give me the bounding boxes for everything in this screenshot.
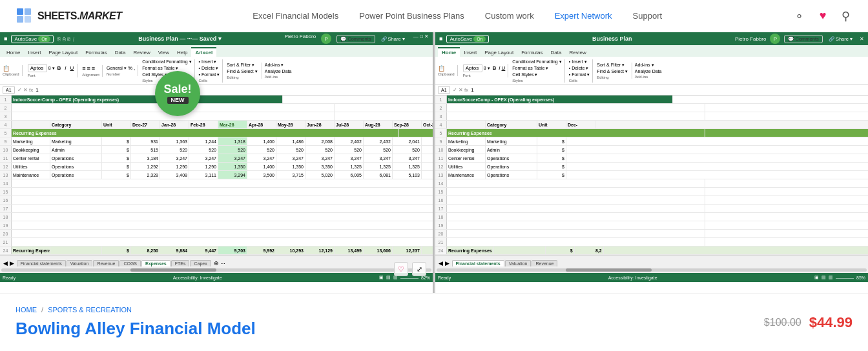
align-btn-1[interactable]: ≡ [82,65,85,72]
format-btn-right[interactable]: ▪ Format ▾ [569,72,590,77]
sort-filter-btn[interactable]: Sort & Filter ▾ [227,63,254,67]
sheet-tab-fin-left[interactable]: Financial statements [17,260,66,266]
tab-data-left[interactable]: Data [111,48,130,57]
sheet-tab-exp-left[interactable]: Expenses [141,260,170,266]
breadcrumb-home[interactable]: HOME [16,306,37,314]
tab-home-left[interactable]: Home [3,48,24,57]
cond-format-btn-right[interactable]: Conditional Formatting ▾ [512,59,561,64]
tab-help-left[interactable]: Help [173,48,191,57]
share-btn-left[interactable]: 🔗 Share ▾ [378,35,408,43]
nav-excel-models[interactable]: Excel Financial Models [253,11,338,21]
nav-powerpoint[interactable]: Power Point Business Plans [359,11,464,21]
sheet-tab-fin-right[interactable]: Financial statements [452,260,504,266]
delete-cells-btn[interactable]: ▪ Delete ▾ [199,66,219,70]
cell-ref-right[interactable]: A1 [438,86,450,94]
paste-btn-right[interactable]: 📋 [438,65,455,72]
view-layout-left[interactable]: ▤ [386,275,391,280]
underline-btn[interactable]: U [69,65,76,71]
align-btn-3[interactable]: ≡ [92,65,95,72]
nav-custom-work[interactable]: Custom work [485,11,534,21]
empty-r18: 18 [0,213,433,221]
scrollbar-left[interactable] [0,266,433,273]
italic-btn[interactable]: I [63,65,67,71]
cart-icon[interactable]: ⚲ [840,10,852,23]
view-normal-right[interactable]: ▣ [814,275,819,280]
nav-expert-network[interactable]: Expert Network [555,11,612,21]
number-format[interactable]: General ▾ [107,66,127,71]
spreadsheet-title-left: IndoorSoccerComp - OPEX (Operating expen… [12,95,283,103]
format-cells-btn[interactable]: ▪ Format ▾ [199,72,220,77]
sheet-tab-rev-left[interactable]: Revenue [93,260,119,266]
font-name-right[interactable]: Aptos [463,64,482,72]
heart-icon[interactable]: ♥ [816,10,829,23]
comments-btn-left[interactable]: 💬 Comments [336,35,375,43]
tab-insert-left[interactable]: Insert [24,48,45,57]
formula-bar-left: A1 ✓ ✕ fx 1 [0,85,433,95]
tab-formulas-right[interactable]: Formulas [517,48,546,57]
cell-styles-btn-right[interactable]: Cell Styles ▾ [512,72,537,77]
format-table-btn[interactable]: Format as Table ▾ [142,66,178,71]
tab-review-left[interactable]: Review [130,48,154,57]
tab-view-left[interactable]: View [154,48,173,57]
tab-page-layout-right[interactable]: Page Layout [480,48,517,57]
addins-btn-right[interactable]: Add-ins ▾ [635,63,654,67]
heart-overlay-left[interactable]: ♡ [394,262,408,276]
percent-btn[interactable]: % [128,65,132,71]
cell-ref-left[interactable]: A1 [3,86,15,94]
sheet-tab-capex-left[interactable]: Capex [190,260,211,266]
tab-formulas-left[interactable]: Formulas [81,48,110,57]
user-avatar-right: P [770,34,780,44]
zoom-percent-right: 85% [856,276,865,280]
align-btn-2[interactable]: ≡ [87,65,90,72]
expand-icon-left[interactable]: ⤢ [412,262,426,276]
find-btn-right[interactable]: Find & Select ▾ [597,69,628,74]
comma-btn[interactable]: , [134,65,135,71]
user-icon[interactable]: ⚬ [793,10,806,23]
sheet-tab-ftes-left[interactable]: FTEs [171,260,190,266]
empty-r21: 21 [0,238,433,246]
tab-review-right[interactable]: Review [565,48,590,57]
sort-btn-right[interactable]: Sort & Filter ▾ [597,63,625,67]
tab-arixcel-left[interactable]: Arixcel [191,47,216,57]
tab-home-right[interactable]: Home [438,47,460,57]
empty-row-2: 2 [0,104,433,112]
tab-insert-right[interactable]: Insert [460,48,480,57]
tab-page-layout-left[interactable]: Page Layout [45,48,81,57]
delete-btn-right[interactable]: ▪ Delete ▾ [569,66,589,70]
sheet-tab-rev-right[interactable]: Revenue [532,260,557,266]
zoom-slider-right[interactable]: ———— [836,276,854,280]
insert-btn-right[interactable]: ▪ Insert ▾ [569,59,587,64]
spreadsheet-title-right: IndoorSoccerComp - OPEX (Operating expen… [447,95,673,103]
find-select-btn[interactable]: Find & Select ▾ [227,69,258,74]
view-layout-right[interactable]: ▤ [822,275,826,280]
scrollbar-right[interactable] [435,266,868,273]
font-name[interactable]: Aptos [28,64,47,72]
section-header-right: 5 Recurring Expenses [435,129,868,137]
sheet-tab-val-left[interactable]: Valuation [67,260,93,266]
bold-btn[interactable]: B [56,65,63,71]
logo[interactable]: SHEETS.MARKET [16,7,121,25]
insert-cells-btn[interactable]: ▪ Insert ▾ [199,59,217,64]
bold-btn-right[interactable]: B [491,65,498,71]
add-ins-btn[interactable]: Add-ins ▾ [265,63,284,67]
view-normal-left[interactable]: ▣ [379,275,384,280]
tab-data-right[interactable]: Data [547,48,566,57]
italic-btn-right[interactable]: I [499,65,500,71]
cond-format-btn[interactable]: Conditional Formatting ▾ [142,59,191,65]
nav-support[interactable]: Support [633,11,663,21]
excel-title-left: Business Plan — ···— Saved ▾ [138,35,222,42]
comments-btn-right[interactable]: 💬 Comments [784,35,822,43]
sheet-tab-val-right[interactable]: Valuation [505,260,532,266]
paste-btn[interactable]: 📋 [3,65,10,72]
analyze-btn-right[interactable]: Analyze Data [635,69,662,74]
toolbar-left: 📋 Clipboard Aptos 8 ▾ B I U [0,57,433,85]
content-area: Sale! NEW ■ AutoSave On ⎘ ⎙ ⎚ ⎛ [0,32,868,351]
sheet-tab-cogs-left[interactable]: COGS [119,260,141,266]
share-btn-right[interactable]: 🔗 Share ▾ [825,35,856,43]
format-table-btn-right[interactable]: Format as Table ▾ [512,66,548,70]
analyze-data-btn[interactable]: Analyze Data [265,69,292,74]
breadcrumb-category[interactable]: SPORTS & RECREATION [48,306,132,314]
underline-btn-right[interactable]: U [502,65,506,71]
view-break-right[interactable]: ▥ [829,275,833,280]
svg-rect-1 [25,8,31,15]
